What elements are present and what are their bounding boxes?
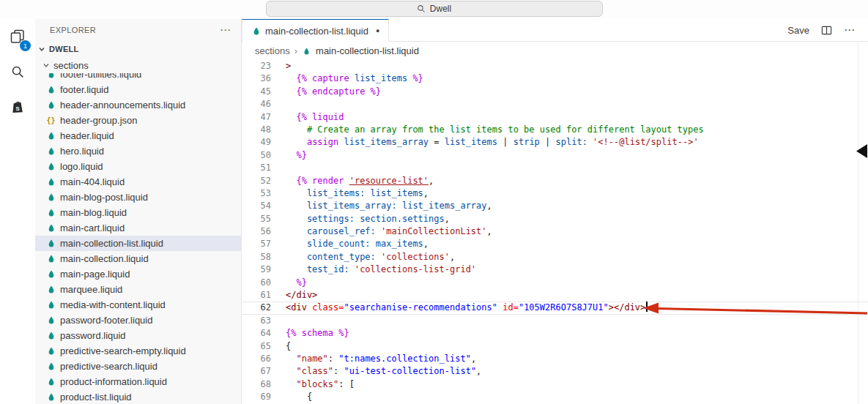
- file-item-main-collection-list.liquid[interactable]: main-collection-list.liquid: [35, 236, 241, 251]
- code-line-67[interactable]: 67 "class": "ui-test-collection-list",: [242, 365, 868, 378]
- file-label: footer.liquid: [60, 84, 109, 95]
- editor-scrollbar[interactable]: [858, 42, 858, 404]
- file-item-header.liquid[interactable]: header.liquid: [35, 128, 241, 143]
- line-number: 52: [242, 175, 271, 187]
- file-item-footer.liquid[interactable]: footer.liquid: [35, 82, 241, 97]
- explorer-more-button[interactable]: ⋯: [220, 26, 231, 34]
- file-item-password.liquid[interactable]: password.liquid: [35, 328, 241, 343]
- chevron-down-icon: [42, 61, 51, 70]
- file-item-main-blog-post.liquid[interactable]: main-blog-post.liquid: [35, 190, 241, 205]
- tree-folder-label: sections: [53, 60, 89, 71]
- activity-explorer-button[interactable]: 1: [0, 19, 35, 54]
- file-item-main-404.liquid[interactable]: main-404.liquid: [35, 174, 241, 190]
- file-item-predictive-search.liquid[interactable]: predictive-search.liquid: [35, 359, 241, 374]
- code-line-60[interactable]: 60 %}: [242, 277, 868, 289]
- code-line-64[interactable]: 64{% schema %}: [242, 327, 868, 340]
- command-center[interactable]: Dwell: [266, 1, 603, 17]
- code-line-47[interactable]: 47 {% liquid: [242, 111, 868, 124]
- line-number: 62: [242, 302, 271, 314]
- file-item-logo.liquid[interactable]: logo.liquid: [35, 159, 241, 174]
- code-line-36[interactable]: 36 {% capture list_items %}: [242, 72, 868, 85]
- liquid-file-icon: [46, 177, 56, 187]
- text-cursor: [646, 302, 648, 312]
- code-line-56[interactable]: 56 carousel_ref: 'mainCollectionList',: [242, 225, 868, 238]
- breadcrumb-file[interactable]: main-collection-list.liquid: [316, 45, 419, 56]
- file-item-main-blog.liquid[interactable]: main-blog.liquid: [35, 205, 241, 220]
- file-label: password.liquid: [60, 330, 126, 341]
- code-line-51[interactable]: 51: [242, 162, 868, 174]
- tab-main-collection-list[interactable]: main-collection-list.liquid ●: [242, 19, 389, 42]
- file-item-main-page.liquid[interactable]: main-page.liquid: [35, 266, 241, 282]
- json-file-icon: {}: [46, 116, 56, 126]
- file-label: password-footer.liquid: [60, 315, 152, 326]
- line-number: 46: [242, 98, 271, 111]
- explorer-sidebar: EXPLORER ⋯ DWELL sections footer-utiliti…: [35, 19, 242, 404]
- line-number: 69: [242, 391, 271, 403]
- save-button[interactable]: Save: [787, 25, 809, 36]
- activity-shopify-button[interactable]: S: [0, 89, 35, 124]
- line-number: 47: [242, 111, 271, 124]
- file-item-hero.liquid[interactable]: hero.liquid: [35, 143, 241, 159]
- explorer-header: EXPLORER ⋯: [35, 19, 241, 41]
- code-line-68[interactable]: 68 "blocks": [: [242, 378, 868, 391]
- file-item-header-group.json[interactable]: {}header-group.json: [35, 113, 241, 128]
- file-item-header-announcements.liquid[interactable]: header-announcements.liquid: [35, 97, 241, 113]
- file-item-media-with-content.liquid[interactable]: media-with-content.liquid: [35, 297, 241, 313]
- editor-area: main-collection-list.liquid ● Save ⋯ sec…: [242, 19, 868, 404]
- code-line-45[interactable]: 45 {% endcapture %}: [242, 86, 868, 98]
- code-line-48[interactable]: 48 # Create an array from the list items…: [242, 124, 868, 136]
- file-item-predictive-search-empty.liquid[interactable]: predictive-search-empty.liquid: [35, 343, 241, 359]
- code-line-23[interactable]: 23>: [242, 60, 868, 72]
- tree-folder-sections[interactable]: sections: [35, 57, 241, 73]
- code-line-69[interactable]: 69 {: [242, 391, 868, 403]
- file-item-marquee.liquid[interactable]: marquee.liquid: [35, 282, 241, 297]
- file-item-password-footer.liquid[interactable]: password-footer.liquid: [35, 313, 241, 328]
- code-line-52[interactable]: 52 {% render 'resource-list',: [242, 175, 868, 187]
- breadcrumb: sections › main-collection-list.liquid: [242, 42, 868, 60]
- command-center-label: Dwell: [430, 4, 451, 14]
- code-line-53[interactable]: 53 list_items: list_items,: [242, 187, 868, 200]
- liquid-file-icon: [46, 269, 56, 280]
- badge: 1: [20, 40, 31, 51]
- modified-dot[interactable]: ●: [376, 27, 379, 34]
- file-label: main-blog.liquid: [60, 207, 127, 218]
- liquid-file-icon: [46, 392, 56, 403]
- tree-root-dwell[interactable]: DWELL: [35, 41, 241, 57]
- editor-actions: Save ⋯: [787, 19, 868, 41]
- file-label: main-blog-post.liquid: [60, 192, 148, 203]
- tab-title: main-collection-list.liquid: [265, 26, 368, 37]
- code-line-54[interactable]: 54 list_items_array: list_items_array,: [242, 200, 868, 212]
- chevron-down-icon: [37, 45, 46, 53]
- code-line-66[interactable]: 66 "name": "t:names.collection_list",: [242, 353, 868, 365]
- line-number: 48: [242, 124, 271, 136]
- file-label: predictive-search-empty.liquid: [60, 345, 186, 356]
- editor-more-button[interactable]: ⋯: [844, 23, 855, 37]
- file-item-product-information.liquid[interactable]: product-information.liquid: [35, 374, 241, 389]
- code-line-50[interactable]: 50 %}: [242, 149, 868, 162]
- code-line-65[interactable]: 65{: [242, 340, 868, 353]
- code-line-55[interactable]: 55 settings: section.settings,: [242, 213, 868, 225]
- file-list: footer-utilities.liquidfooter.liquidhead…: [35, 73, 241, 404]
- file-label: product-list.liquid: [60, 392, 132, 403]
- code-line-62[interactable]: 62<div class="searchanise-recommendation…: [242, 302, 868, 314]
- file-label: footer-utilities.liquid: [60, 73, 141, 80]
- code-line-49[interactable]: 49 assign list_items_array = list_items …: [242, 136, 868, 149]
- activity-search-button[interactable]: [0, 54, 35, 89]
- breadcrumb-folder[interactable]: sections: [255, 45, 290, 56]
- code-line-59[interactable]: 59 test_id: 'collections-list-grid': [242, 263, 868, 276]
- split-editor-icon[interactable]: [821, 25, 832, 36]
- line-number: 61: [242, 289, 271, 302]
- code-line-58[interactable]: 58 content_type: 'collections',: [242, 251, 868, 263]
- code-line-61[interactable]: 61</div>: [242, 289, 868, 302]
- liquid-file-icon: [46, 131, 56, 141]
- file-item-product-list.liquid[interactable]: product-list.liquid: [35, 389, 241, 404]
- file-item-main-collection.liquid[interactable]: main-collection.liquid: [35, 251, 241, 266]
- file-item-main-cart.liquid[interactable]: main-cart.liquid: [35, 220, 241, 236]
- line-number: 45: [242, 86, 271, 98]
- file-item-footer-utilities.liquid[interactable]: footer-utilities.liquid: [35, 73, 241, 82]
- code-line-57[interactable]: 57 slide_count: max_items,: [242, 238, 868, 250]
- code-line-63[interactable]: 63: [242, 315, 868, 327]
- explorer-title: EXPLORER: [50, 26, 96, 34]
- code-line-46[interactable]: 46: [242, 98, 868, 111]
- file-label: main-collection.liquid: [60, 253, 149, 264]
